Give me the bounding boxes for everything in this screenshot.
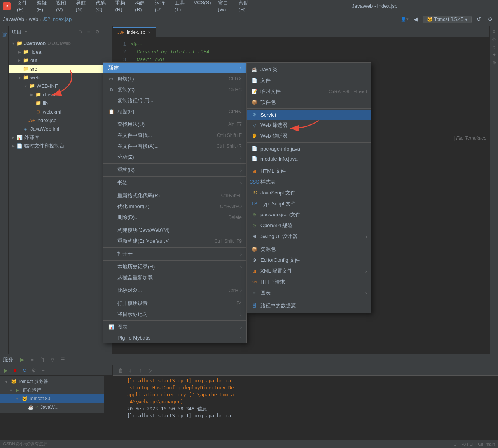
collapse-all-button[interactable]: ≡: [28, 355, 37, 364]
sub-file[interactable]: 📄 文件: [247, 75, 371, 86]
ctx-copy[interactable]: ⧉ 复制(C) Ctrl+C: [103, 84, 246, 95]
sidebar-project-icon[interactable]: 项目: [1, 28, 8, 51]
ctx-refactor[interactable]: 重构(R) ›: [103, 164, 246, 175]
svc-tomcat-server[interactable]: ▾ 🐱 Tomcat 服务器: [0, 377, 104, 386]
panel-minimize-icon[interactable]: −: [102, 28, 109, 35]
panel-locate-icon[interactable]: ⊕: [77, 28, 84, 35]
sub-web-filter[interactable]: ▽ Web 筛选器: [247, 120, 371, 131]
tab-indexjsp[interactable]: JSP index.jsp ✕: [113, 27, 156, 37]
tomcat-selector[interactable]: 🐱 Tomcat 8.5.45 ▾: [423, 16, 472, 23]
ctx-analyze[interactable]: 分析(Z) ›: [103, 152, 246, 163]
sub-js[interactable]: JS JavaScript 文件: [247, 187, 371, 198]
svc-run-btn[interactable]: ▶: [2, 366, 10, 374]
filter-button[interactable]: ▽: [48, 355, 57, 364]
menu-refactor[interactable]: 重构(R): [112, 0, 131, 14]
menu-view[interactable]: 视图(V): [53, 0, 72, 14]
settings-button[interactable]: ⚙: [486, 15, 495, 24]
ctx-module-settings[interactable]: 打开模块设置 F4: [103, 298, 246, 309]
svc-config-btn[interactable]: ⚙: [30, 366, 38, 374]
menu-navigate[interactable]: 导航(N): [73, 0, 92, 14]
right-icon-4[interactable]: ✦: [491, 51, 498, 58]
run-button[interactable]: ▶: [18, 355, 26, 364]
sub-module-info[interactable]: 📄 module-info.java: [247, 154, 371, 164]
tree-item-javaweb[interactable]: ▾ 📁 JavaWeb D:\JavaWeb: [9, 39, 112, 47]
sub-openapi[interactable]: ⊙ OpenAPI 规范: [247, 220, 371, 231]
menu-vcs[interactable]: VCS(S): [190, 0, 214, 14]
tree-item-out[interactable]: ▶ 📁 out: [9, 56, 112, 65]
tree-item-classes[interactable]: ▶ 📁 classes: [9, 90, 112, 99]
breadcrumb-project[interactable]: JavaWeb: [3, 16, 24, 22]
tab-close-icon[interactable]: ✕: [148, 30, 151, 35]
ctx-compare[interactable]: 比较对象... Ctrl+D: [103, 285, 246, 296]
svc-tomcat-instance[interactable]: ▾ 🐱 Tomcat 8.5: [0, 394, 104, 403]
log-clear-btn[interactable]: 🗑: [116, 366, 124, 374]
menu-build[interactable]: 构建(B): [132, 0, 150, 14]
sort-button[interactable]: ⇅: [38, 355, 47, 364]
sub-package-json[interactable]: ⊛ package.json文件: [247, 209, 371, 220]
sub-package[interactable]: 📦 软件包: [247, 97, 371, 108]
group-button[interactable]: ☰: [58, 355, 67, 364]
ctx-ptg-mybatis[interactable]: Ptg To Mybatis ›: [103, 332, 246, 343]
breadcrumb-web[interactable]: web: [29, 16, 38, 22]
ctx-bookmarks[interactable]: 书签 ›: [103, 177, 246, 188]
sub-diagram[interactable]: ≡ 图表 ›: [247, 287, 371, 298]
ctx-reload-from-disk[interactable]: 从磁盘重新加载: [103, 272, 246, 283]
sub-xml-config[interactable]: ⊞ XML 配置文件 ›: [247, 266, 371, 276]
tree-item-web[interactable]: ▾ 📁 web: [9, 73, 112, 82]
tree-item-external-libs[interactable]: ▶ 📊 外部库: [9, 133, 112, 142]
ctx-replace-in-files[interactable]: 在文件中替换(A)... Ctrl+Shift+R: [103, 141, 246, 152]
panel-settings-icon[interactable]: ⚙: [94, 28, 101, 35]
account-icon[interactable]: 👤▾: [401, 17, 409, 22]
sub-editorconfig[interactable]: ⚙ EditorConfig 文件: [247, 255, 371, 266]
tree-item-scratch[interactable]: ▶ 📄 临时文件和控制台: [9, 142, 112, 150]
right-icon-3[interactable]: ↕: [491, 44, 498, 51]
menu-window[interactable]: 窗口(W): [215, 0, 235, 14]
right-icon-5[interactable]: ⊕: [491, 59, 498, 66]
right-icon-1[interactable]: ≡: [491, 28, 498, 35]
ctx-mark-directory[interactable]: 将目录标记为 ›: [103, 309, 246, 320]
menu-edit[interactable]: 编辑(E): [33, 0, 52, 14]
sub-java-class[interactable]: ☕ Java 类: [247, 64, 371, 75]
ctx-build-module[interactable]: 构建模块 'JavaWeb'(M): [103, 225, 246, 236]
ctx-diagrams[interactable]: 📊 图表 ›: [103, 322, 246, 332]
tree-item-src[interactable]: 📁 src: [9, 65, 112, 73]
menu-help[interactable]: 帮助(H): [236, 0, 255, 14]
svc-restart-btn[interactable]: ↺: [20, 366, 29, 374]
ctx-rebuild[interactable]: 重新构建(E) '<default>' Ctrl+Shift+F9: [103, 236, 246, 247]
menu-code[interactable]: 代码(C): [93, 0, 112, 14]
sub-ts[interactable]: TS TypeScript 文件: [247, 198, 371, 209]
ctx-delete[interactable]: 删除(D)... Delete: [103, 212, 246, 223]
sub-web-listener[interactable]: 👂 Web 侦听器: [247, 131, 371, 142]
log-scroll-end-btn[interactable]: ↓: [126, 366, 135, 374]
right-icon-2[interactable]: ⚙: [491, 36, 498, 43]
log-filter-btn[interactable]: ▷: [146, 366, 155, 374]
menu-tools[interactable]: 工具(T): [171, 0, 190, 14]
panel-collapse-icon[interactable]: ≡: [85, 28, 92, 35]
sub-package-info[interactable]: 📄 package-info.java: [247, 144, 371, 154]
ctx-reformat[interactable]: 重新格式化代码(R) Ctrl+Alt+L: [103, 190, 246, 201]
ctx-find-usages[interactable]: 查找用法(U) Alt+F7: [103, 119, 246, 130]
sub-servlet[interactable]: ⚙ Servlet: [247, 110, 371, 120]
menu-run[interactable]: 运行(U): [152, 0, 171, 14]
svc-java-app[interactable]: ☕ ✓ JavaW...: [0, 403, 104, 411]
sub-swing-ui[interactable]: ⊞ Swing UI 设计器 ›: [247, 231, 371, 242]
ctx-find-in-files[interactable]: 在文件中查找... Ctrl+Shift+F: [103, 130, 246, 141]
ctx-cut[interactable]: ✂ 剪切(T) Ctrl+X: [103, 74, 246, 84]
tree-item-webinf[interactable]: ▾ 📁 WEB-INF: [9, 82, 112, 90]
tree-item-webxml[interactable]: ⊞ web.xml: [9, 107, 112, 116]
ctx-optimize-imports[interactable]: 优化 import(Z) Ctrl+Alt+O: [103, 201, 246, 212]
svc-remove-btn[interactable]: −: [39, 366, 47, 374]
ctx-local-history[interactable]: 本地历史记录(H) ›: [103, 261, 246, 272]
sub-datasource-path[interactable]: 🗄 路径中的数据源: [247, 300, 371, 311]
log-scroll-start-btn[interactable]: ↑: [136, 366, 145, 374]
tree-item-lib[interactable]: 📁 lib: [9, 99, 112, 107]
breadcrumb-file[interactable]: index.jsp: [52, 16, 72, 22]
sub-http[interactable]: API HTTP 请求: [247, 276, 371, 287]
svc-stop-btn[interactable]: ■: [11, 366, 19, 374]
tree-item-iml[interactable]: ◈ JavaWeb.iml: [9, 124, 112, 133]
sub-html[interactable]: ⊞ HTML 文件: [247, 166, 371, 177]
back-button[interactable]: ◀: [411, 15, 420, 24]
tree-item-idea[interactable]: ▶ 📁 .idea: [9, 47, 112, 56]
sub-scratch[interactable]: 📝 临时文件 Ctrl+Alt+Shift+Insert: [247, 86, 371, 97]
ctx-copy-path[interactable]: 复制路径/引用...: [103, 95, 246, 106]
